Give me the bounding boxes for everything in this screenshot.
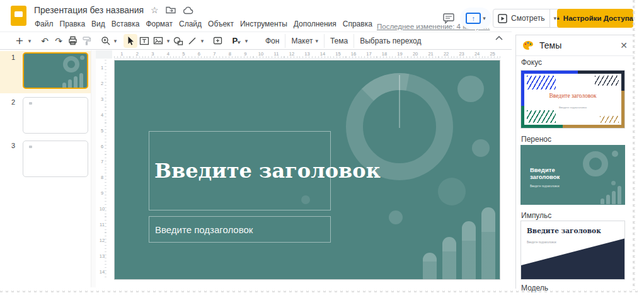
title-placeholder[interactable]: Введите заголовок	[149, 131, 331, 210]
paint-roller-icon	[82, 36, 91, 45]
vertical-ruler: 1234567891011121314	[98, 60, 106, 280]
new-slide-dropdown[interactable]: ▾	[26, 38, 33, 44]
slide-1-thumbnail[interactable]	[23, 52, 88, 89]
comment-icon	[442, 13, 455, 24]
toolbar-text-button[interactable]: Макет ▾	[285, 34, 324, 48]
placeholder-mark	[29, 146, 32, 148]
watch-button-label: Смотреть	[511, 14, 545, 23]
insert-image-button[interactable]	[151, 34, 165, 48]
slides-logo-page	[14, 11, 23, 17]
palette-icon	[522, 40, 534, 50]
theme-transfer-thumbnail[interactable]: Введите заголовок Введите подзаголовок	[520, 145, 625, 205]
image-icon	[153, 37, 163, 45]
toolbar-text-button[interactable]: Тема	[324, 34, 354, 48]
comment-plus-icon	[213, 37, 222, 45]
document-title[interactable]: Презентация без названия	[34, 5, 144, 15]
slide-canvas[interactable]: Введите заголовок Введите подзаголовок	[114, 60, 500, 280]
theme-focus-thumbnail[interactable]: Введите заголовок Введите подзаголовок	[520, 70, 625, 129]
theme-name: Импульс	[521, 211, 551, 220]
ruler-mark: 4	[98, 107, 106, 123]
theme-name: Перенос	[521, 135, 551, 144]
torn-edge-right	[633, 0, 638, 290]
ruler-mark: 12	[98, 233, 106, 248]
menu-item[interactable]: Инструменты	[237, 18, 290, 30]
menu-item[interactable]: Файл	[32, 18, 57, 30]
caret-down-icon[interactable]: ▾	[483, 15, 486, 21]
decor-dot	[611, 181, 616, 185]
slide-thumbnail-row[interactable]: 3	[0, 139, 95, 180]
ruler-mark: 7	[207, 50, 222, 58]
format-options-dropdown[interactable]: ▾	[243, 38, 250, 44]
menu-item[interactable]: Слайд	[176, 18, 205, 30]
menu-item[interactable]: Объект	[205, 18, 237, 30]
menu-item[interactable]: Дополнения	[290, 18, 340, 30]
ruler-mark: 20	[408, 50, 423, 58]
zoom-button[interactable]	[98, 34, 112, 48]
toolbar-text-button[interactable]: Выбрать переход	[354, 34, 427, 48]
filmstrip-scrollbar[interactable]	[91, 50, 96, 287]
move-folder-icon[interactable]	[166, 6, 176, 14]
print-button[interactable]	[66, 34, 79, 48]
ruler-mark: 8	[222, 50, 238, 58]
ruler-mark: 9	[238, 50, 253, 58]
ruler-mark: 15	[330, 50, 346, 58]
select-tool-button[interactable]	[124, 34, 137, 48]
image-dropdown[interactable]: ▾	[165, 38, 171, 44]
ruler-mark: 22	[439, 50, 454, 58]
toolbar-text-button[interactable]: Фон	[260, 34, 285, 48]
slide-2-thumbnail[interactable]	[23, 97, 88, 134]
ruler-mark: 11	[268, 50, 284, 58]
menu-item[interactable]: Вид	[88, 18, 108, 30]
line-tool-button[interactable]	[185, 34, 199, 48]
decor-dot	[612, 151, 618, 157]
theme-focus-frame: Введите заголовок Введите подзаголовок	[521, 71, 624, 128]
present-button[interactable]: ↑ ▾	[460, 8, 492, 29]
theme-name: Фокус	[521, 58, 542, 67]
slides-logo-icon[interactable]	[11, 6, 26, 26]
ruler-mark: 10	[253, 50, 269, 58]
theme-impulse-thumbnail[interactable]: Введите заголовок Введите подзаголовок	[520, 221, 625, 280]
watch-button[interactable]: Смотреть ▾	[493, 9, 561, 28]
line-dropdown[interactable]: ▾	[199, 38, 205, 44]
slide-thumbnail-row[interactable]: 2	[0, 96, 95, 136]
ruler-mark: 18	[377, 50, 393, 58]
ruler-mark: 11	[98, 217, 106, 233]
zoom-dropdown[interactable]: ▾	[112, 38, 118, 44]
themes-panel-title: Темы	[539, 40, 561, 50]
star-icon[interactable]: ☆	[151, 6, 159, 14]
menu-item[interactable]: Вставка	[108, 18, 143, 30]
ruler-mark: 24	[469, 50, 485, 58]
text-box-button[interactable]	[137, 34, 151, 48]
ruler-mark: 10	[98, 201, 106, 217]
slides-filmstrip: 1 2 3	[0, 50, 95, 287]
present-up-icon: ↑	[466, 13, 481, 24]
format-options-button[interactable]: Pv	[229, 34, 243, 48]
menu-item[interactable]: Формат	[142, 18, 176, 30]
caret-down-icon: ▾	[315, 38, 318, 44]
decor-ring	[63, 56, 79, 72]
lock-icon	[557, 14, 560, 23]
ruler-mark: 23	[454, 50, 469, 58]
slide-number: 1	[11, 54, 15, 61]
redo-button[interactable]: ↷	[52, 34, 66, 48]
subtitle-placeholder[interactable]: Введите подзаголовок	[149, 216, 331, 243]
share-button[interactable]: Настройки Доступа	[557, 9, 633, 28]
ruler-mark: 6	[192, 50, 207, 58]
close-icon[interactable]: ✕	[620, 40, 628, 50]
slide-number: 2	[11, 98, 15, 106]
decor-bars	[601, 186, 621, 204]
slide-thumbnail-row[interactable]: 1	[0, 51, 95, 93]
decor-circle	[438, 178, 466, 205]
slide-3-thumbnail[interactable]	[23, 141, 88, 177]
insert-comment-button[interactable]	[210, 34, 224, 48]
ruler-corner	[96, 50, 112, 59]
comments-button[interactable]	[439, 9, 458, 28]
undo-button[interactable]: ↶	[38, 34, 52, 48]
shape-button[interactable]	[171, 34, 185, 48]
new-slide-button[interactable]: +	[13, 34, 26, 48]
ruler-mark: 4	[161, 50, 176, 58]
paint-format-button[interactable]	[79, 34, 93, 48]
menu-item[interactable]: Правка	[57, 18, 89, 30]
ruler-mark: 14	[315, 50, 331, 58]
collapse-toolbar-button[interactable]	[495, 36, 503, 40]
